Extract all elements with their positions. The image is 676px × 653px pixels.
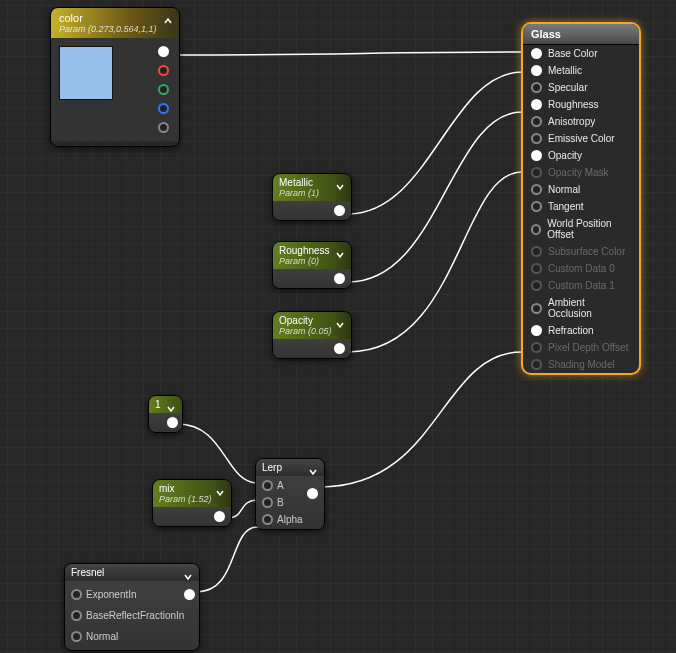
output-pin[interactable] [334,273,345,284]
color-swatch[interactable] [59,46,113,100]
collapse-icon[interactable] [164,402,178,416]
result-pin-roughness[interactable]: Roughness [523,96,639,113]
node-subtitle: Param (0.273,0.564,1,1) [59,24,157,34]
input-pin[interactable] [531,116,542,127]
pin-label: Custom Data 1 [548,280,615,291]
result-pin-custom-data-1[interactable]: Custom Data 1 [523,277,639,294]
input-label: B [277,497,284,508]
node-header[interactable]: Metallic Param (1) [273,174,351,201]
output-pin[interactable] [184,589,195,600]
output-pin-b[interactable] [158,103,169,114]
input-pin[interactable] [531,48,542,59]
result-pin-normal[interactable]: Normal [523,181,639,198]
collapse-icon[interactable] [306,465,320,479]
input-pin[interactable] [531,325,542,336]
result-pin-subsurface-color[interactable]: Subsurface Color [523,243,639,260]
node-header[interactable]: Lerp [256,459,324,476]
input-pin[interactable] [531,133,542,144]
output-pin[interactable] [334,343,345,354]
input-pin[interactable] [531,65,542,76]
node-roughness-param[interactable]: Roughness Param (0) [272,241,352,289]
result-pin-emissive-color[interactable]: Emissive Color [523,130,639,147]
output-pin[interactable] [167,417,178,428]
input-pin[interactable] [531,167,542,178]
input-label: Alpha [277,514,303,525]
output-pin[interactable] [214,511,225,522]
result-pin-custom-data-0[interactable]: Custom Data 0 [523,260,639,277]
result-pin-opacity[interactable]: Opacity [523,147,639,164]
result-pin-refraction[interactable]: Refraction [523,322,639,339]
input-label: Normal [86,631,118,642]
input-pin[interactable] [531,280,542,291]
result-pin-base-color[interactable]: Base Color [523,45,639,62]
input-pin-alpha[interactable] [262,514,273,525]
result-pin-shading-model[interactable]: Shading Model [523,356,639,373]
node-header[interactable]: Fresnel [65,564,199,581]
pin-label: Emissive Color [548,133,615,144]
input-pin[interactable] [531,303,542,314]
result-pin-anisotropy[interactable]: Anisotropy [523,113,639,130]
material-result-node[interactable]: Glass Base ColorMetallicSpecularRoughnes… [521,22,641,375]
output-pin-r[interactable] [158,65,169,76]
input-pin[interactable] [531,224,541,235]
node-header[interactable]: 1 [149,396,182,413]
pin-label: Roughness [548,99,599,110]
node-subtitle: Param (1.52) [159,494,213,504]
output-pin-a[interactable] [158,122,169,133]
node-header[interactable]: Roughness Param (0) [273,242,351,269]
pin-label: World Position Offset [547,218,631,240]
node-header[interactable]: mix Param (1.52) [153,480,231,507]
result-pin-opacity-mask[interactable]: Opacity Mask [523,164,639,181]
collapse-icon[interactable] [213,486,227,500]
result-pin-pixel-depth-offset[interactable]: Pixel Depth Offset [523,339,639,356]
node-body [51,38,179,141]
result-pin-metallic[interactable]: Metallic [523,62,639,79]
node-header[interactable]: color Param (0.273,0.564,1,1) [51,8,179,38]
result-title[interactable]: Glass [523,24,639,45]
collapse-icon[interactable] [181,570,195,584]
input-pin-base[interactable] [71,610,82,621]
node-fresnel[interactable]: Fresnel ExponentIn BaseReflectFractionIn… [64,563,200,651]
node-lerp[interactable]: Lerp A B Alpha [255,458,325,530]
output-pin-rgba[interactable] [158,46,169,57]
output-pin[interactable] [334,205,345,216]
input-pin-normal[interactable] [71,631,82,642]
node-color-param[interactable]: color Param (0.273,0.564,1,1) [50,7,180,147]
input-pin-exponent[interactable] [71,589,82,600]
input-label: ExponentIn [86,589,137,600]
input-pin[interactable] [531,150,542,161]
input-pin[interactable] [531,82,542,93]
input-pin[interactable] [531,99,542,110]
collapse-icon[interactable] [333,248,347,262]
node-opacity-param[interactable]: Opacity Param (0.05) [272,311,352,359]
input-label: BaseReflectFractionIn [86,610,184,621]
node-title: color [59,12,83,24]
input-pin[interactable] [531,184,542,195]
node-metallic-param[interactable]: Metallic Param (1) [272,173,352,221]
result-pin-specular[interactable]: Specular [523,79,639,96]
result-pin-tangent[interactable]: Tangent [523,198,639,215]
node-title: Fresnel [71,567,104,578]
node-mix-param[interactable]: mix Param (1.52) [152,479,232,527]
collapse-icon[interactable] [333,180,347,194]
output-pin[interactable] [307,488,318,499]
pin-label: Specular [548,82,587,93]
result-pin-world-position-offset[interactable]: World Position Offset [523,215,639,243]
input-pin-b[interactable] [262,497,273,508]
collapse-icon[interactable] [333,318,347,332]
input-pin[interactable] [531,342,542,353]
collapse-icon[interactable] [161,14,175,28]
input-pin[interactable] [531,263,542,274]
input-pin[interactable] [531,359,542,370]
input-pin[interactable] [531,246,542,257]
result-pin-ambient-occlusion[interactable]: Ambient Occlusion [523,294,639,322]
pin-label: Refraction [548,325,594,336]
input-pin-a[interactable] [262,480,273,491]
input-pin[interactable] [531,201,542,212]
output-pin-g[interactable] [158,84,169,95]
node-header[interactable]: Opacity Param (0.05) [273,312,351,339]
node-title: Lerp [262,462,282,473]
node-title: Opacity [279,315,313,326]
node-constant-one[interactable]: 1 [148,395,183,433]
pin-label: Opacity [548,150,582,161]
